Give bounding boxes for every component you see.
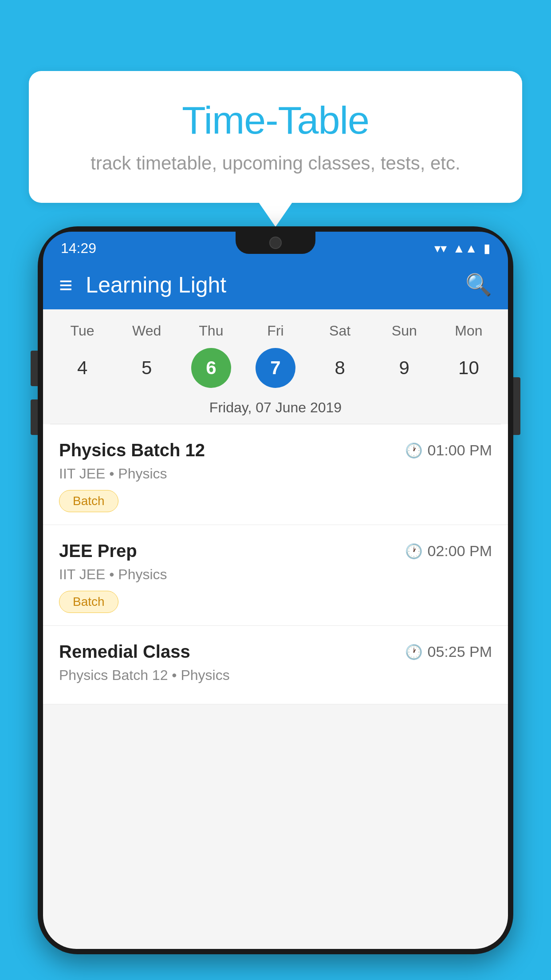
days-header: Tue Wed Thu Fri Sat Sun Mon xyxy=(50,318,501,344)
phone-screen: Tue Wed Thu Fri Sat Sun Mon 4 5 6 7 8 9 … xyxy=(43,309,508,949)
status-icons: ▾▾ ▲▲ ▮ xyxy=(434,241,490,256)
schedule-item-3-subtitle: Physics Batch 12 • Physics xyxy=(59,667,492,684)
day-label-thu: Thu xyxy=(179,318,243,344)
phone-frame: 14:29 ▾▾ ▲▲ ▮ ≡ Learning Light 🔍 Tue Wed… xyxy=(38,226,513,954)
signal-icon: ▲▲ xyxy=(453,241,477,256)
schedule-item-1-title: Physics Batch 12 xyxy=(59,440,205,460)
front-camera xyxy=(269,237,282,249)
schedule-item-2-time: 🕐 02:00 PM xyxy=(405,542,492,560)
calendar-day-8[interactable]: 8 xyxy=(320,348,360,388)
volume-up-button xyxy=(31,351,38,386)
speech-bubble: Time-Table track timetable, upcoming cla… xyxy=(29,71,522,203)
schedule-item-2-title: JEE Prep xyxy=(59,541,137,561)
day-label-tue: Tue xyxy=(50,318,114,344)
calendar-day-5[interactable]: 5 xyxy=(127,348,167,388)
schedule-item-1-time-text: 01:00 PM xyxy=(427,442,492,459)
day-label-sat: Sat xyxy=(308,318,372,344)
day-label-mon: Mon xyxy=(437,318,501,344)
day-label-sun: Sun xyxy=(372,318,437,344)
day-label-fri: Fri xyxy=(243,318,307,344)
schedule-item-2-time-text: 02:00 PM xyxy=(427,542,492,560)
calendar-day-9[interactable]: 9 xyxy=(384,348,424,388)
schedule-item-3-title: Remedial Class xyxy=(59,642,190,662)
schedule-item-1-subtitle: IIT JEE • Physics xyxy=(59,466,492,482)
clock-icon-1: 🕐 xyxy=(405,442,423,459)
phone-wrapper: 14:29 ▾▾ ▲▲ ▮ ≡ Learning Light 🔍 Tue Wed… xyxy=(38,226,513,980)
schedule-item-1-time: 🕐 01:00 PM xyxy=(405,442,492,459)
schedule-item-2[interactable]: JEE Prep 🕐 02:00 PM IIT JEE • Physics Ba… xyxy=(43,525,508,626)
bubble-title: Time-Table xyxy=(55,98,496,143)
calendar-day-6-today[interactable]: 6 xyxy=(191,348,231,388)
app-title: Learning Light xyxy=(86,272,452,298)
schedule-item-1-tag: Batch xyxy=(59,490,118,512)
schedule-item-3-time-text: 05:25 PM xyxy=(427,643,492,660)
clock-icon-3: 🕐 xyxy=(405,644,423,660)
schedule-item-3[interactable]: Remedial Class 🕐 05:25 PM Physics Batch … xyxy=(43,626,508,704)
wifi-icon: ▾▾ xyxy=(434,241,447,256)
status-time: 14:29 xyxy=(61,240,96,257)
schedule-item-2-header: JEE Prep 🕐 02:00 PM xyxy=(59,541,492,561)
schedule-item-2-subtitle: IIT JEE • Physics xyxy=(59,566,492,583)
volume-down-button xyxy=(31,399,38,435)
calendar-day-4[interactable]: 4 xyxy=(63,348,102,388)
days-numbers: 4 5 6 7 8 9 10 xyxy=(50,348,501,388)
schedule-item-3-time: 🕐 05:25 PM xyxy=(405,643,492,660)
bubble-subtitle: track timetable, upcoming classes, tests… xyxy=(55,153,496,174)
calendar-day-7-selected[interactable]: 7 xyxy=(256,348,295,388)
calendar-day-10[interactable]: 10 xyxy=(449,348,488,388)
schedule-item-1-header: Physics Batch 12 🕐 01:00 PM xyxy=(59,440,492,460)
day-label-wed: Wed xyxy=(114,318,179,344)
speech-bubble-container: Time-Table track timetable, upcoming cla… xyxy=(29,71,522,203)
phone-notch xyxy=(236,232,315,254)
app-bar: ≡ Learning Light 🔍 xyxy=(43,261,508,309)
selected-date-label: Friday, 07 June 2019 xyxy=(50,394,501,424)
clock-icon-2: 🕐 xyxy=(405,543,423,560)
schedule-item-2-tag: Batch xyxy=(59,591,118,613)
schedule-item-1[interactable]: Physics Batch 12 🕐 01:00 PM IIT JEE • Ph… xyxy=(43,424,508,525)
menu-icon[interactable]: ≡ xyxy=(59,273,72,296)
schedule-item-3-header: Remedial Class 🕐 05:25 PM xyxy=(59,642,492,662)
calendar-strip: Tue Wed Thu Fri Sat Sun Mon 4 5 6 7 8 9 … xyxy=(43,309,508,424)
search-icon[interactable]: 🔍 xyxy=(465,273,492,297)
power-button xyxy=(513,377,520,435)
schedule-list: Physics Batch 12 🕐 01:00 PM IIT JEE • Ph… xyxy=(43,424,508,704)
battery-icon: ▮ xyxy=(484,241,490,256)
